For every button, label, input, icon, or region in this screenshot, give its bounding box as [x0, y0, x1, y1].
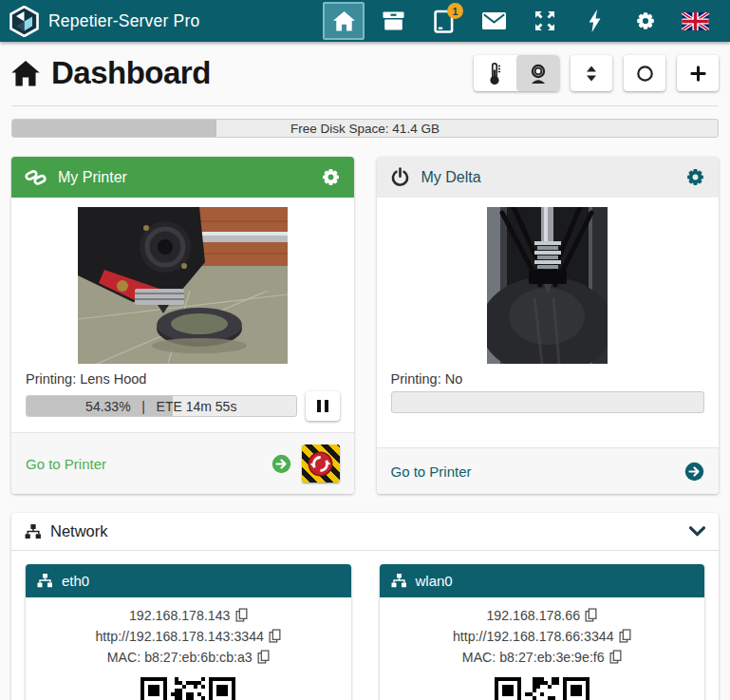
printing-status: Printing: No	[391, 371, 705, 387]
interface-url: http://192.168.178.66:3344	[453, 629, 614, 644]
temperature-view-button[interactable]	[474, 55, 516, 91]
nav-fullscreen-button[interactable]	[519, 0, 570, 42]
copy-icon[interactable]	[585, 608, 597, 627]
interface-mac: MAC: b8:27:eb:6b:cb:a3	[107, 650, 253, 665]
sort-printers-button[interactable]	[571, 55, 612, 91]
emergency-stop-button[interactable]	[302, 445, 340, 482]
sitemap-icon	[391, 574, 407, 588]
copy-icon[interactable]	[235, 608, 248, 627]
interface-name: wlan0	[416, 573, 453, 589]
pause-button[interactable]	[306, 391, 340, 421]
sitemap-icon	[37, 574, 53, 588]
qr-code	[140, 677, 235, 700]
print-progress-bar: 54.33% | ETE 14m 55s	[26, 395, 297, 417]
sitemap-icon	[25, 524, 42, 539]
circle-view-button[interactable]	[624, 55, 665, 91]
interface-card-eth0: eth0 192.168.178.143 http://192.168.178.…	[26, 564, 351, 700]
printer-name: My Printer	[58, 169, 127, 186]
printer-card-footer: Go to Printer	[11, 432, 354, 494]
repetier-logo-icon	[9, 6, 39, 37]
nav-messages-button[interactable]	[469, 0, 519, 42]
interface-header: wlan0	[380, 564, 705, 597]
page-title: Dashboard	[51, 55, 211, 91]
expand-arrows-icon	[534, 10, 555, 31]
printer-card-my-delta: My Delta	[377, 157, 720, 494]
webcam-image-my-delta	[487, 207, 608, 364]
sort-arrows-icon	[585, 65, 598, 83]
home-icon	[333, 11, 355, 31]
gear-icon	[635, 10, 656, 31]
lightning-bolt-icon	[588, 9, 602, 32]
copy-icon[interactable]	[619, 629, 631, 648]
nav-power-actions-button[interactable]	[570, 0, 620, 42]
printer-card-my-printer: My Printer	[11, 157, 354, 494]
interface-header: eth0	[26, 564, 351, 597]
copy-icon[interactable]	[257, 650, 270, 669]
interface-card-wlan0: wlan0 192.168.178.66 http://192.168.178.…	[380, 564, 705, 700]
interface-url: http://192.168.178.143:3344	[95, 629, 264, 644]
disk-space-label: Free Disk Space: 41.4 GB	[12, 120, 718, 137]
plus-icon	[689, 65, 707, 83]
print-progress-bar	[391, 391, 705, 413]
printing-status: Printing: Lens Hood	[26, 371, 340, 387]
printer-card-header: My Printer	[11, 157, 354, 198]
page-header: Dashboard	[11, 55, 719, 91]
webcam-image-my-printer	[78, 207, 288, 364]
interface-ip: 192.168.178.143	[129, 608, 231, 623]
network-section: Network	[11, 513, 719, 700]
printer-name: My Delta	[421, 169, 481, 186]
link-icon	[25, 168, 47, 187]
network-title: Network	[50, 522, 108, 540]
copy-icon[interactable]	[269, 629, 281, 648]
pause-icon	[317, 400, 321, 412]
qr-code	[495, 677, 590, 700]
printer-card-header: My Delta	[377, 157, 720, 198]
add-printer-button[interactable]	[677, 55, 719, 91]
copy-icon[interactable]	[609, 650, 622, 669]
go-to-printer-link[interactable]: Go to Printer	[26, 456, 106, 472]
nav-settings-button[interactable]	[620, 0, 670, 42]
navbar-icons: 1	[319, 0, 721, 42]
uk-flag-icon	[682, 12, 709, 30]
app-title: Repetier-Server Pro	[48, 11, 199, 31]
disk-space-bar: Free Disk Space: 41.4 GB	[11, 119, 719, 138]
header-divider	[11, 105, 719, 106]
view-toggle-group	[474, 55, 559, 91]
envelope-icon	[482, 12, 506, 29]
top-navbar: Repetier-Server Pro	[0, 0, 730, 42]
arrow-circle-right-icon[interactable]	[271, 454, 291, 474]
go-to-printer-link[interactable]: Go to Printer	[391, 464, 472, 480]
nav-print-queue-button[interactable]	[368, 0, 419, 42]
chevron-down-icon[interactable]	[689, 526, 705, 537]
printer-card-footer: Go to Printer	[377, 447, 720, 494]
printer-settings-gear[interactable]	[685, 167, 705, 187]
archive-box-icon	[383, 11, 404, 30]
network-header[interactable]: Network	[11, 513, 719, 551]
interface-ip: 192.168.178.66	[486, 608, 580, 623]
nav-home-button[interactable]	[323, 2, 365, 40]
brand: Repetier-Server Pro	[9, 6, 199, 37]
thermometer-icon	[489, 62, 501, 85]
circle-icon	[636, 65, 654, 83]
printer-settings-gear[interactable]	[321, 167, 341, 187]
nav-devices-button[interactable]: 1	[419, 0, 469, 42]
home-title-icon	[11, 61, 40, 86]
device-count-badge: 1	[447, 3, 463, 19]
webcam-view-button[interactable]	[516, 55, 559, 91]
webcam-icon	[528, 63, 549, 85]
interface-mac: MAC: b8:27:eb:3e:9e:f6	[462, 650, 605, 665]
power-icon	[390, 167, 410, 187]
arrow-circle-right-icon[interactable]	[684, 462, 704, 482]
nav-language-button[interactable]	[670, 0, 721, 42]
interface-name: eth0	[62, 573, 89, 589]
print-progress-text: 54.33% | ETE 14m 55s	[27, 396, 296, 416]
